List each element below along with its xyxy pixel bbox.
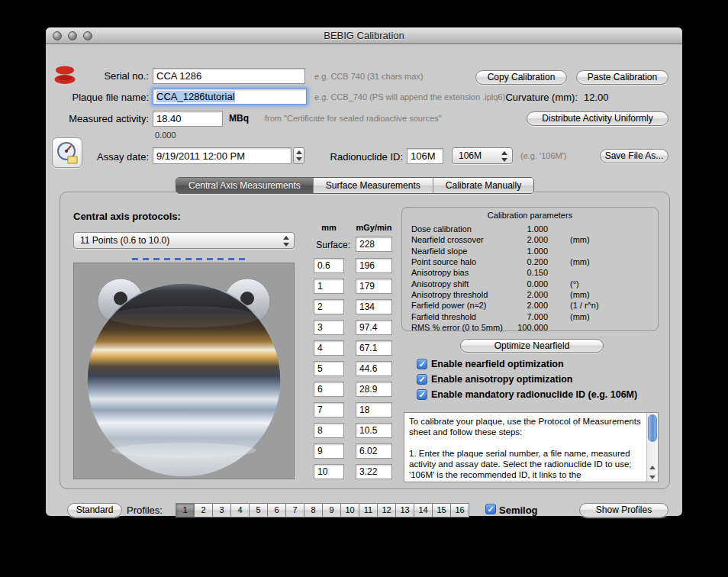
profiles-buttons: 1 2 3 4 5 6 7 8 9 10 11 12 13 14 15 16	[176, 503, 469, 517]
standard-button[interactable]: Standard	[67, 503, 122, 517]
profile-button-2[interactable]: 2	[194, 503, 213, 517]
serial-hint: e.g. CCB 740 (31 chars max)	[314, 72, 423, 81]
depth-input-7[interactable]	[314, 402, 344, 417]
depth-input-9[interactable]	[314, 443, 344, 459]
dose-input-1[interactable]	[356, 279, 392, 294]
filename-label: Plaque file name:	[53, 92, 149, 103]
profile-button-15[interactable]: 15	[432, 503, 451, 517]
profile-button-4[interactable]: 4	[230, 503, 250, 517]
profile-button-16[interactable]: 16	[450, 503, 469, 517]
param-row: Nearfield slope1.000	[411, 246, 653, 256]
dose-input-4[interactable]	[356, 340, 392, 356]
col-header-mm: mm	[314, 223, 344, 232]
profile-button-11[interactable]: 11	[359, 503, 378, 517]
titlebar[interactable]: BEBIG Calibration	[46, 27, 682, 44]
activity-unit-label: MBq	[229, 113, 256, 124]
param-row: Anisotropy shift0.000(°)	[411, 278, 653, 288]
param-row: Farfield power (n≈2)2.000(1 / r^n)	[411, 300, 653, 311]
plaque-photo	[73, 263, 295, 479]
param-row: Nearfield crossover2.000(mm)	[411, 234, 653, 245]
instructions-scrollbar[interactable]	[646, 413, 658, 482]
optimize-nearfield-button[interactable]: Optimize Nearfield	[460, 339, 604, 353]
activity-input[interactable]	[153, 111, 223, 127]
depth-input-4[interactable]	[314, 340, 344, 356]
param-row: RMS % error (0 to 5mm)100.000	[411, 322, 653, 333]
mandatory-radionuclide-label: Enable mandatory radionuclide ID (e.g. 1…	[431, 389, 637, 400]
protocols-popup[interactable]: 11 Points (0.6 to 10.0)	[73, 232, 295, 249]
dose-input-10[interactable]	[356, 464, 392, 479]
param-row: Anisotropy bias0.150	[411, 267, 653, 278]
scrollbar-thumb[interactable]	[648, 414, 657, 442]
param-row: Anisotropy threshold2.000(mm)	[411, 289, 653, 300]
profile-button-7[interactable]: 7	[285, 503, 304, 517]
assay-date-label: Assay date:	[53, 151, 149, 163]
nearfield-optimization-checkbox[interactable]	[417, 359, 427, 369]
depth-input-5[interactable]	[314, 361, 344, 376]
tab-calibrate-manually[interactable]: Calibrate Manually	[433, 178, 533, 193]
distribute-activity-button[interactable]: Distribute Activity Uniformly	[527, 111, 668, 126]
profile-button-14[interactable]: 14	[414, 503, 433, 517]
profile-button-9[interactable]: 9	[322, 503, 341, 517]
radionuclide-label: Radionuclide ID:	[324, 151, 403, 163]
curvature-label: Curvature (mm):	[473, 92, 578, 103]
radionuclide-popup[interactable]: 106M	[452, 147, 513, 164]
serial-label: Serial no.:	[53, 70, 149, 82]
mandatory-radionuclide-checkbox[interactable]	[417, 389, 427, 400]
copy-calibration-button[interactable]: Copy Calibration	[475, 70, 567, 85]
profiles-label: Profiles:	[127, 504, 171, 516]
assay-date-input[interactable]	[153, 147, 292, 164]
protocols-popup-value: 11 Points (0.6 to 10.0)	[80, 235, 169, 246]
depth-input-8[interactable]	[314, 423, 344, 438]
save-file-as-button[interactable]: Save File As...	[600, 149, 668, 163]
instructions-text: To calibrate your plaque, use the Protoc…	[409, 416, 643, 482]
serial-input[interactable]	[153, 68, 305, 84]
calibration-parameters-title: Calibration parameters	[402, 211, 658, 220]
tab-central-axis-measurements[interactable]: Central Axis Measurements	[176, 178, 313, 193]
depth-input-3[interactable]	[314, 320, 344, 335]
profile-button-10[interactable]: 10	[340, 503, 359, 517]
dose-input-8[interactable]	[356, 423, 392, 438]
profile-button-12[interactable]: 12	[377, 503, 396, 517]
profile-button-3[interactable]: 3	[212, 503, 231, 517]
filename-input[interactable]: CCA_1286tutorial	[153, 89, 307, 105]
dose-input-2[interactable]	[356, 299, 392, 314]
radionuclide-input[interactable]	[407, 148, 443, 164]
close-button[interactable]	[53, 31, 62, 40]
profile-button-13[interactable]: 13	[395, 503, 414, 517]
tab-surface-measurements[interactable]: Surface Measurements	[313, 178, 433, 193]
dose-input-7[interactable]	[356, 402, 392, 417]
zoom-button[interactable]	[83, 31, 92, 40]
scrollbar-arrows-icon[interactable]	[649, 466, 656, 479]
activity-hint: from "Certificate for sealed radioactive…	[265, 114, 442, 123]
profile-button-5[interactable]: 5	[249, 503, 268, 517]
central-axis-panel: Central axis protocols: 11 Points (0.6 t…	[60, 192, 670, 489]
activity-label: Measured activity:	[53, 113, 149, 124]
profile-button-6[interactable]: 6	[267, 503, 286, 517]
activity-secondary-value: 0.000	[155, 131, 176, 140]
measurement-points-markers	[132, 258, 245, 260]
dose-input-9[interactable]	[356, 443, 392, 459]
profile-button-1[interactable]: 1	[176, 503, 195, 517]
dose-input-3[interactable]	[356, 320, 392, 335]
radionuclide-hint: (e.g. '106M')	[520, 151, 566, 160]
semilog-checkbox[interactable]	[485, 504, 496, 514]
surface-label: Surface:	[306, 240, 350, 250]
dose-input-6[interactable]	[356, 382, 392, 397]
dose-input-5[interactable]	[356, 361, 392, 376]
depth-input-6[interactable]	[314, 382, 344, 397]
window-title: BEBIG Calibration	[46, 27, 682, 44]
depth-input-1[interactable]	[314, 279, 344, 294]
paste-calibration-button[interactable]: Paste Calibration	[576, 70, 668, 85]
anisotropy-optimization-checkbox[interactable]	[417, 374, 427, 385]
assay-date-stepper[interactable]	[293, 147, 304, 164]
surface-dose-input[interactable]	[356, 237, 392, 252]
minimize-button[interactable]	[68, 31, 77, 40]
depth-input-10[interactable]	[314, 464, 344, 479]
depth-input-2[interactable]	[314, 299, 344, 314]
show-profiles-button[interactable]: Show Profiles	[579, 503, 668, 517]
instructions-box: To calibrate your plaque, use the Protoc…	[404, 412, 659, 482]
profile-button-8[interactable]: 8	[304, 503, 323, 517]
dose-input-0[interactable]	[356, 258, 392, 273]
curvature-value: 12.00	[584, 92, 614, 103]
depth-input-0[interactable]	[314, 258, 344, 273]
